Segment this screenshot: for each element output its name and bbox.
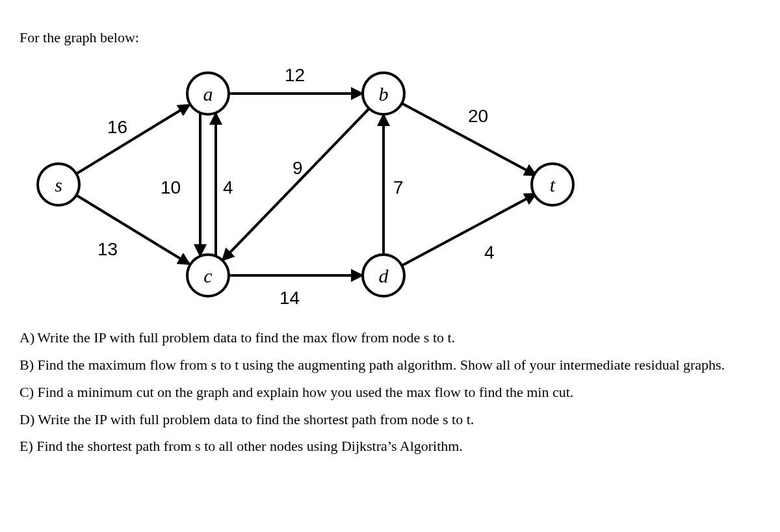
- node-a: a: [187, 73, 229, 114]
- node-b: b: [363, 73, 404, 114]
- node-c-label: c: [203, 264, 212, 286]
- edge-d-t: [402, 194, 536, 266]
- weight-d-t: 4: [484, 240, 495, 266]
- question-b: B) Find the maximum flow from s to t usi…: [20, 355, 760, 375]
- weight-s-c: 13: [98, 236, 118, 263]
- node-c: c: [187, 255, 229, 296]
- weight-b-t: 20: [468, 103, 488, 130]
- weight-a-b: 12: [285, 62, 305, 89]
- question-e: E) Find the shortest path from s to all …: [20, 436, 760, 457]
- node-d-label: d: [379, 264, 389, 286]
- question-list: A) Write the IP with full problem data t…: [20, 327, 760, 457]
- weight-c-d: 14: [280, 285, 300, 312]
- weight-d-b: 7: [393, 175, 404, 201]
- node-d: d: [363, 255, 404, 296]
- node-a-label: a: [203, 82, 213, 104]
- question-d: D) Write the IP with full problem data t…: [20, 409, 760, 430]
- edge-s-c: [75, 194, 190, 264]
- node-s: s: [38, 164, 79, 205]
- question-c: C) Find a minimum cut on the graph and e…: [20, 382, 760, 403]
- weight-a-c: 10: [161, 175, 181, 201]
- question-a: A) Write the IP with full problem data t…: [20, 327, 760, 348]
- node-b-label: b: [379, 82, 389, 104]
- edge-s-a: [75, 105, 190, 175]
- weight-s-a: 16: [107, 114, 127, 141]
- weight-b-c: 9: [292, 155, 303, 182]
- weight-c-a: 4: [223, 175, 233, 201]
- intro-text: For the graph below:: [20, 27, 760, 48]
- edge-b-c: [222, 108, 369, 260]
- node-t-label: t: [550, 173, 556, 195]
- node-s-label: s: [55, 173, 62, 195]
- node-t: t: [532, 164, 573, 205]
- graph-diagram: s a b c d t 16 13 12 10 4 9 14 7 20 4: [20, 55, 578, 314]
